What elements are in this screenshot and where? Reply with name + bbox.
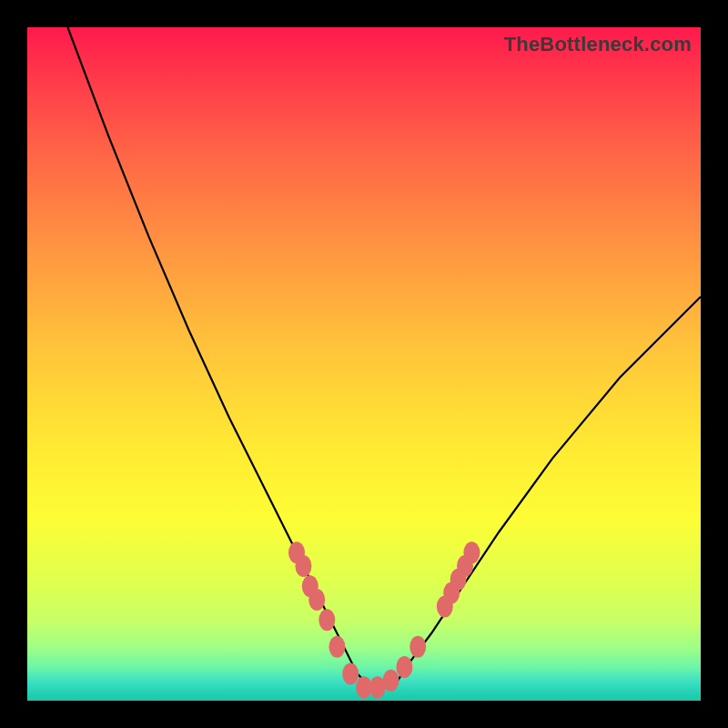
chart-svg (27, 27, 701, 701)
plot-area: TheBottleneck.com (27, 27, 701, 701)
marker-group (288, 541, 480, 698)
marker-dot (463, 541, 480, 563)
bottleneck-curve (67, 27, 701, 687)
marker-dot (383, 670, 399, 692)
marker-dot (342, 662, 359, 684)
marker-dot (396, 656, 412, 678)
marker-dot (329, 636, 345, 658)
marker-dot (295, 555, 311, 577)
marker-dot (410, 636, 426, 658)
marker-dot (318, 609, 335, 631)
marker-dot (308, 589, 325, 611)
